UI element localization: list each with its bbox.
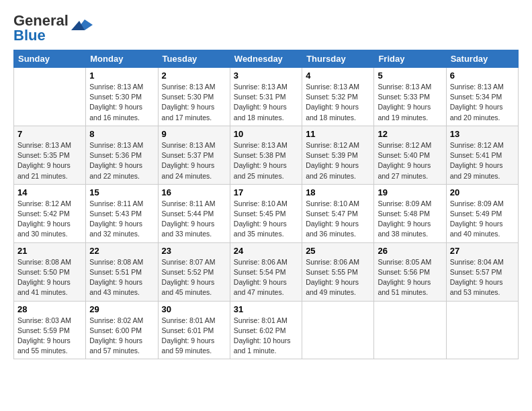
day-number: 2 bbox=[162, 71, 226, 81]
day-info: Sunrise: 8:11 AMSunset: 5:43 PMDaylight:… bbox=[89, 199, 154, 240]
day-number: 13 bbox=[450, 129, 515, 139]
day-info: Sunrise: 8:10 AMSunset: 5:47 PMDaylight:… bbox=[306, 199, 370, 240]
day-header-thursday: Thursday bbox=[302, 50, 374, 68]
calendar-cell: 17Sunrise: 8:10 AMSunset: 5:45 PMDayligh… bbox=[230, 184, 302, 242]
day-info: Sunrise: 8:13 AMSunset: 5:35 PMDaylight:… bbox=[17, 140, 82, 181]
calendar-cell: 29Sunrise: 8:02 AMSunset: 6:00 PMDayligh… bbox=[86, 301, 158, 359]
day-number: 20 bbox=[450, 187, 515, 197]
calendar-week-3: 14Sunrise: 8:12 AMSunset: 5:42 PMDayligh… bbox=[14, 184, 519, 242]
day-number: 27 bbox=[450, 246, 515, 256]
day-info: Sunrise: 8:11 AMSunset: 5:44 PMDaylight:… bbox=[162, 199, 226, 240]
calendar-cell: 9Sunrise: 8:13 AMSunset: 5:37 PMDaylight… bbox=[158, 126, 230, 184]
calendar-cell: 2Sunrise: 8:13 AMSunset: 5:30 PMDaylight… bbox=[158, 68, 230, 126]
calendar-cell: 20Sunrise: 8:09 AMSunset: 5:49 PMDayligh… bbox=[446, 184, 518, 242]
day-number: 4 bbox=[306, 71, 370, 81]
calendar-cell: 21Sunrise: 8:08 AMSunset: 5:50 PMDayligh… bbox=[14, 242, 86, 301]
day-info: Sunrise: 8:09 AMSunset: 5:49 PMDaylight:… bbox=[450, 199, 515, 240]
day-header-friday: Friday bbox=[374, 50, 446, 68]
calendar-cell: 1Sunrise: 8:13 AMSunset: 5:30 PMDaylight… bbox=[86, 68, 158, 126]
day-info: Sunrise: 8:09 AMSunset: 5:48 PMDaylight:… bbox=[378, 199, 442, 240]
day-header-sunday: Sunday bbox=[14, 50, 86, 68]
day-header-monday: Monday bbox=[86, 50, 158, 68]
calendar-cell: 26Sunrise: 8:05 AMSunset: 5:56 PMDayligh… bbox=[374, 242, 446, 301]
calendar-cell bbox=[446, 301, 518, 359]
calendar-cell: 6Sunrise: 8:13 AMSunset: 5:34 PMDaylight… bbox=[446, 68, 518, 126]
day-number: 30 bbox=[162, 304, 226, 314]
calendar-cell: 31Sunrise: 8:01 AMSunset: 6:02 PMDayligh… bbox=[230, 301, 302, 359]
calendar-week-5: 28Sunrise: 8:03 AMSunset: 5:59 PMDayligh… bbox=[14, 301, 519, 359]
calendar-cell bbox=[302, 301, 374, 359]
day-info: Sunrise: 8:13 AMSunset: 5:33 PMDaylight:… bbox=[378, 82, 442, 123]
calendar-cell: 18Sunrise: 8:10 AMSunset: 5:47 PMDayligh… bbox=[302, 184, 374, 242]
logo: GeneralBlue bbox=[13, 13, 93, 43]
day-info: Sunrise: 8:06 AMSunset: 5:54 PMDaylight:… bbox=[234, 257, 298, 298]
day-number: 11 bbox=[306, 129, 370, 139]
calendar-week-1: 1Sunrise: 8:13 AMSunset: 5:30 PMDaylight… bbox=[14, 68, 519, 126]
day-info: Sunrise: 8:13 AMSunset: 5:30 PMDaylight:… bbox=[89, 82, 154, 123]
day-number: 23 bbox=[162, 246, 226, 256]
calendar-cell: 10Sunrise: 8:13 AMSunset: 5:38 PMDayligh… bbox=[230, 126, 302, 184]
day-number: 18 bbox=[306, 187, 370, 197]
day-info: Sunrise: 8:12 AMSunset: 5:42 PMDaylight:… bbox=[17, 199, 82, 240]
day-info: Sunrise: 8:12 AMSunset: 5:39 PMDaylight:… bbox=[306, 140, 370, 181]
day-info: Sunrise: 8:05 AMSunset: 5:56 PMDaylight:… bbox=[378, 257, 442, 298]
calendar-cell: 7Sunrise: 8:13 AMSunset: 5:35 PMDaylight… bbox=[14, 126, 86, 184]
calendar-cell: 27Sunrise: 8:04 AMSunset: 5:57 PMDayligh… bbox=[446, 242, 518, 301]
day-info: Sunrise: 8:13 AMSunset: 5:32 PMDaylight:… bbox=[306, 82, 370, 123]
day-info: Sunrise: 8:13 AMSunset: 5:38 PMDaylight:… bbox=[234, 140, 298, 181]
day-info: Sunrise: 8:07 AMSunset: 5:52 PMDaylight:… bbox=[162, 257, 226, 298]
calendar-cell: 15Sunrise: 8:11 AMSunset: 5:43 PMDayligh… bbox=[86, 184, 158, 242]
calendar-cell bbox=[14, 68, 86, 126]
page-header: GeneralBlue bbox=[13, 13, 519, 43]
day-info: Sunrise: 8:12 AMSunset: 5:40 PMDaylight:… bbox=[378, 140, 442, 181]
day-number: 24 bbox=[234, 246, 298, 256]
day-number: 19 bbox=[378, 187, 442, 197]
day-info: Sunrise: 8:13 AMSunset: 5:37 PMDaylight:… bbox=[162, 140, 226, 181]
calendar-cell: 14Sunrise: 8:12 AMSunset: 5:42 PMDayligh… bbox=[14, 184, 86, 242]
day-info: Sunrise: 8:02 AMSunset: 6:00 PMDaylight:… bbox=[89, 316, 154, 357]
day-number: 17 bbox=[234, 187, 298, 197]
day-info: Sunrise: 8:01 AMSunset: 6:02 PMDaylight:… bbox=[234, 316, 298, 357]
day-number: 28 bbox=[17, 304, 82, 314]
calendar-cell bbox=[374, 301, 446, 359]
day-info: Sunrise: 8:01 AMSunset: 6:01 PMDaylight:… bbox=[162, 316, 226, 357]
calendar-header-row: SundayMondayTuesdayWednesdayThursdayFrid… bbox=[14, 50, 519, 68]
calendar-table: SundayMondayTuesdayWednesdayThursdayFrid… bbox=[13, 50, 519, 359]
day-number: 9 bbox=[162, 129, 226, 139]
calendar-cell: 23Sunrise: 8:07 AMSunset: 5:52 PMDayligh… bbox=[158, 242, 230, 301]
day-number: 6 bbox=[450, 71, 515, 81]
day-info: Sunrise: 8:08 AMSunset: 5:51 PMDaylight:… bbox=[89, 257, 154, 298]
calendar-cell: 3Sunrise: 8:13 AMSunset: 5:31 PMDaylight… bbox=[230, 68, 302, 126]
calendar-week-2: 7Sunrise: 8:13 AMSunset: 5:35 PMDaylight… bbox=[14, 126, 519, 184]
calendar-cell: 28Sunrise: 8:03 AMSunset: 5:59 PMDayligh… bbox=[14, 301, 86, 359]
day-number: 3 bbox=[234, 71, 298, 81]
calendar-cell: 5Sunrise: 8:13 AMSunset: 5:33 PMDaylight… bbox=[374, 68, 446, 126]
logo-icon bbox=[71, 18, 93, 33]
day-header-saturday: Saturday bbox=[446, 50, 518, 68]
calendar-cell: 16Sunrise: 8:11 AMSunset: 5:44 PMDayligh… bbox=[158, 184, 230, 242]
day-info: Sunrise: 8:04 AMSunset: 5:57 PMDaylight:… bbox=[450, 257, 515, 298]
calendar-cell: 13Sunrise: 8:12 AMSunset: 5:41 PMDayligh… bbox=[446, 126, 518, 184]
day-info: Sunrise: 8:10 AMSunset: 5:45 PMDaylight:… bbox=[234, 199, 298, 240]
calendar-cell: 11Sunrise: 8:12 AMSunset: 5:39 PMDayligh… bbox=[302, 126, 374, 184]
day-number: 10 bbox=[234, 129, 298, 139]
calendar-cell: 25Sunrise: 8:06 AMSunset: 5:55 PMDayligh… bbox=[302, 242, 374, 301]
calendar-cell: 19Sunrise: 8:09 AMSunset: 5:48 PMDayligh… bbox=[374, 184, 446, 242]
day-number: 25 bbox=[306, 246, 370, 256]
calendar-cell: 8Sunrise: 8:13 AMSunset: 5:36 PMDaylight… bbox=[86, 126, 158, 184]
calendar-cell: 30Sunrise: 8:01 AMSunset: 6:01 PMDayligh… bbox=[158, 301, 230, 359]
day-number: 16 bbox=[162, 187, 226, 197]
day-number: 7 bbox=[17, 129, 82, 139]
calendar-cell: 12Sunrise: 8:12 AMSunset: 5:40 PMDayligh… bbox=[374, 126, 446, 184]
day-header-wednesday: Wednesday bbox=[230, 50, 302, 68]
day-info: Sunrise: 8:08 AMSunset: 5:50 PMDaylight:… bbox=[17, 257, 82, 298]
day-number: 31 bbox=[234, 304, 298, 314]
day-number: 14 bbox=[17, 187, 82, 197]
calendar-cell: 22Sunrise: 8:08 AMSunset: 5:51 PMDayligh… bbox=[86, 242, 158, 301]
logo-blue: Blue bbox=[13, 27, 46, 44]
logo-text: GeneralBlue bbox=[13, 13, 69, 43]
day-number: 26 bbox=[378, 246, 442, 256]
calendar-week-4: 21Sunrise: 8:08 AMSunset: 5:50 PMDayligh… bbox=[14, 242, 519, 301]
day-info: Sunrise: 8:13 AMSunset: 5:30 PMDaylight:… bbox=[162, 82, 226, 123]
day-info: Sunrise: 8:12 AMSunset: 5:41 PMDaylight:… bbox=[450, 140, 515, 181]
